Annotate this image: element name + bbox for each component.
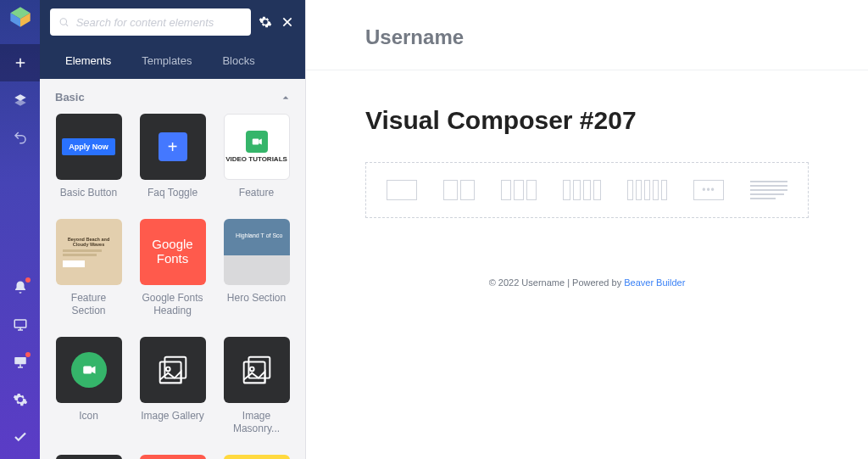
chevron-up-icon: [281, 93, 290, 102]
footer-link[interactable]: Beaver Builder: [624, 277, 685, 288]
rail-desktop-button[interactable]: [0, 306, 40, 344]
panel-header: Elements Templates Blocks: [40, 0, 305, 79]
tab-blocks[interactable]: Blocks: [207, 44, 270, 79]
rail-add-button[interactable]: [0, 44, 40, 81]
dots-icon: •••: [693, 180, 724, 200]
svg-rect-18: [252, 138, 259, 144]
element-feature-section[interactable]: Beyond Beach and Cloudy Waves Feature Se…: [55, 219, 122, 318]
svg-rect-23: [159, 361, 181, 383]
row-option-1col[interactable]: [387, 180, 417, 200]
row-option-3col[interactable]: [501, 180, 537, 200]
element-partial-2[interactable]: [139, 455, 206, 459]
rail-notifications-button[interactable]: [0, 269, 40, 306]
svg-marker-17: [283, 96, 289, 98]
svg-rect-26: [243, 361, 264, 383]
element-label: Image Gallery: [139, 410, 206, 423]
page-canvas: Username Visual Composer #207 ••• © 2022…: [306, 0, 868, 459]
panel-tabs: Elements Templates Blocks: [50, 44, 295, 79]
row-layout-chooser: •••: [365, 162, 809, 218]
notification-dot-icon: [25, 277, 31, 283]
search-container: [50, 8, 251, 36]
element-google-fonts-heading[interactable]: Google Fonts Google Fonts Heading: [139, 219, 206, 318]
element-label: Basic Button: [55, 187, 122, 200]
page-title: Visual Composer #207: [306, 70, 868, 162]
svg-rect-7: [14, 320, 26, 327]
element-partial-3[interactable]: [223, 455, 290, 459]
gfonts-text: Google Fonts: [140, 238, 206, 266]
hero-text: Highland T of Sco: [236, 232, 282, 239]
svg-point-24: [165, 367, 170, 371]
row-option-5col[interactable]: [627, 180, 667, 200]
section-title: Basic: [55, 91, 85, 104]
site-username: Username: [306, 25, 868, 49]
svg-rect-10: [14, 357, 26, 364]
element-basic-button[interactable]: Apply Now Basic Button: [55, 114, 122, 200]
app-logo: [8, 5, 32, 29]
tab-elements[interactable]: Elements: [50, 44, 126, 79]
rail-settings-button[interactable]: [0, 381, 40, 418]
rail-undo-button[interactable]: [0, 119, 40, 156]
element-icon[interactable]: Icon: [55, 337, 122, 436]
svg-point-27: [249, 367, 253, 371]
svg-line-14: [66, 24, 68, 25]
row-option-text[interactable]: [750, 181, 787, 199]
camera-icon: [71, 352, 107, 388]
search-input[interactable]: [76, 16, 242, 29]
canvas-header: Username: [306, 0, 868, 70]
element-feature[interactable]: VIDEO TUTORIALS Feature: [223, 114, 290, 200]
button-preview: Apply Now: [62, 138, 115, 155]
left-rail: [0, 0, 40, 459]
feature-text: VIDEO TUTORIALS: [225, 156, 287, 164]
element-label: Google Fonts Heading: [139, 292, 206, 318]
gallery-icon: [153, 350, 192, 389]
element-faq-toggle[interactable]: + Faq Toggle: [139, 114, 206, 200]
row-option-4col[interactable]: [563, 180, 601, 200]
element-image-masonry[interactable]: Image Masonry...: [223, 337, 290, 436]
svg-marker-19: [259, 138, 262, 144]
rail-layers-button[interactable]: [0, 81, 40, 119]
element-label: Image Masonry...: [223, 410, 290, 436]
search-icon: [58, 16, 70, 28]
elements-grid: Apply Now Basic Button + Faq Toggle VIDE…: [40, 114, 305, 459]
masonry-icon: [237, 350, 276, 389]
svg-marker-6: [14, 99, 26, 106]
rail-done-button[interactable]: [0, 418, 40, 456]
camera-icon: [246, 131, 268, 153]
element-label: Faq Toggle: [139, 187, 206, 200]
element-label: Icon: [55, 410, 122, 423]
panel-close-button[interactable]: [280, 14, 295, 30]
element-partial-1[interactable]: [55, 455, 122, 459]
panel-settings-button[interactable]: [258, 14, 273, 30]
section-header[interactable]: Basic: [40, 79, 305, 114]
svg-point-13: [60, 19, 66, 25]
elements-panel: Elements Templates Blocks Basic Apply No…: [40, 0, 306, 459]
plus-icon: +: [159, 132, 187, 161]
svg-marker-21: [92, 366, 96, 373]
page-footer: © 2022 Username | Powered by Beaver Buil…: [306, 260, 868, 322]
element-label: Feature Section: [55, 292, 122, 318]
tab-templates[interactable]: Templates: [126, 44, 207, 79]
footer-text: © 2022 Username | Powered by: [489, 277, 625, 288]
preview-text: Beyond Beach and Cloudy Waves: [63, 237, 115, 247]
element-label: Hero Section: [223, 292, 290, 305]
row-option-2col[interactable]: [443, 180, 475, 200]
notification-dot-icon: [25, 352, 31, 357]
row-option-more[interactable]: •••: [693, 180, 724, 200]
element-label: Feature: [223, 187, 290, 200]
element-hero-section[interactable]: Highland T of Sco Hero Section: [223, 219, 290, 318]
rail-presentation-button[interactable]: [0, 344, 40, 381]
svg-rect-20: [83, 366, 92, 373]
element-image-gallery[interactable]: Image Gallery: [139, 337, 206, 436]
